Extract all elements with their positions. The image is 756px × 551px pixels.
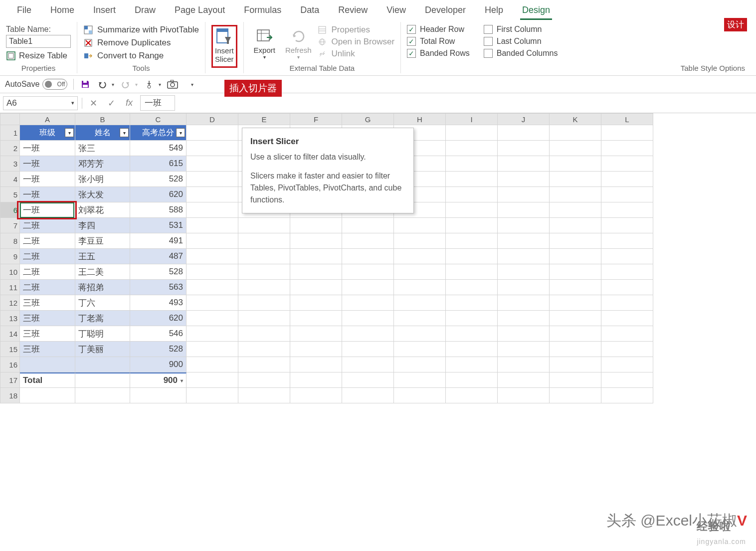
cell[interactable]: 三班 bbox=[20, 326, 75, 342]
cell[interactable] bbox=[446, 388, 498, 403]
cell[interactable] bbox=[550, 249, 601, 264]
cell[interactable] bbox=[394, 388, 446, 403]
cell[interactable] bbox=[394, 311, 446, 326]
cell[interactable] bbox=[601, 172, 653, 187]
cell[interactable]: 491 bbox=[130, 233, 187, 249]
cell[interactable] bbox=[498, 342, 550, 357]
cell[interactable] bbox=[187, 280, 238, 295]
cell[interactable] bbox=[446, 233, 498, 249]
cell[interactable]: 493 bbox=[130, 295, 187, 311]
cell[interactable]: 549 bbox=[130, 141, 187, 156]
tab-view[interactable]: View bbox=[384, 4, 408, 20]
cell[interactable] bbox=[342, 249, 394, 264]
tab-developer[interactable]: Developer bbox=[423, 4, 468, 20]
cell[interactable] bbox=[498, 233, 550, 249]
cell[interactable] bbox=[290, 357, 342, 372]
touch-mode-icon[interactable] bbox=[144, 79, 155, 90]
cell[interactable] bbox=[238, 264, 290, 280]
row-header-13[interactable]: 13 bbox=[0, 311, 20, 326]
name-box-dropdown-icon[interactable]: ▾ bbox=[71, 100, 74, 106]
convert-range-button[interactable]: Convert to Range bbox=[83, 51, 199, 61]
cell[interactable]: 三班 bbox=[20, 342, 75, 357]
select-all-corner[interactable] bbox=[0, 113, 20, 125]
undo-icon[interactable] bbox=[97, 79, 108, 90]
cell[interactable] bbox=[550, 156, 601, 172]
cell[interactable] bbox=[342, 218, 394, 233]
cell[interactable] bbox=[342, 233, 394, 249]
save-icon[interactable] bbox=[80, 79, 91, 90]
cell[interactable] bbox=[238, 249, 290, 264]
refresh-dropdown-icon[interactable]: ▾ bbox=[297, 54, 300, 60]
cell[interactable] bbox=[550, 172, 601, 187]
cell[interactable]: 615 bbox=[130, 156, 187, 172]
cell[interactable] bbox=[601, 202, 653, 218]
row-header-9[interactable]: 9 bbox=[0, 249, 20, 264]
formula-input[interactable]: 一班 bbox=[140, 95, 175, 111]
cell[interactable] bbox=[187, 218, 238, 233]
cell[interactable] bbox=[498, 357, 550, 372]
cell[interactable]: 丁六 bbox=[75, 295, 130, 311]
cell[interactable] bbox=[550, 187, 601, 202]
cell[interactable] bbox=[601, 372, 653, 388]
cell[interactable]: 一班 bbox=[20, 187, 75, 202]
col-header-C[interactable]: C bbox=[130, 113, 187, 125]
tab-file[interactable]: File bbox=[15, 4, 33, 20]
cell[interactable]: 二班 bbox=[20, 233, 75, 249]
camera-icon[interactable] bbox=[167, 79, 178, 90]
cell[interactable]: 一班 bbox=[20, 141, 75, 156]
cell[interactable] bbox=[601, 156, 653, 172]
cell[interactable]: Total bbox=[20, 372, 75, 388]
cell[interactable] bbox=[187, 156, 238, 172]
cell[interactable]: 620 bbox=[130, 187, 187, 202]
cell[interactable] bbox=[601, 388, 653, 403]
cell[interactable] bbox=[601, 218, 653, 233]
cell[interactable] bbox=[601, 280, 653, 295]
row-header-1[interactable]: 1 bbox=[0, 125, 20, 141]
fx-icon[interactable]: fx bbox=[122, 98, 136, 108]
cell[interactable] bbox=[601, 342, 653, 357]
cell[interactable] bbox=[446, 172, 498, 187]
cancel-formula-icon[interactable]: ✕ bbox=[86, 98, 100, 109]
cell[interactable] bbox=[394, 295, 446, 311]
cell[interactable]: 531 bbox=[130, 218, 187, 233]
cell[interactable] bbox=[446, 156, 498, 172]
cell[interactable] bbox=[498, 156, 550, 172]
banded-rows-check[interactable]: ✓Banded Rows bbox=[407, 49, 470, 58]
row-header-15[interactable]: 15 bbox=[0, 342, 20, 357]
table-header-1[interactable]: 姓名▾ bbox=[75, 125, 130, 141]
cell[interactable] bbox=[238, 218, 290, 233]
cell[interactable] bbox=[601, 326, 653, 342]
cell[interactable]: 丁美丽 bbox=[75, 342, 130, 357]
cell[interactable]: 王二美 bbox=[75, 264, 130, 280]
redo-dropdown-icon[interactable]: ▾ bbox=[135, 82, 138, 87]
col-header-A[interactable]: A bbox=[20, 113, 75, 125]
cell[interactable] bbox=[394, 357, 446, 372]
cell[interactable] bbox=[446, 187, 498, 202]
first-col-check[interactable]: First Column bbox=[484, 25, 558, 34]
remove-duplicates-button[interactable]: Remove Duplicates bbox=[83, 38, 199, 48]
cell[interactable] bbox=[290, 326, 342, 342]
cell[interactable] bbox=[290, 249, 342, 264]
cell[interactable]: 620 bbox=[130, 311, 187, 326]
cell[interactable] bbox=[498, 326, 550, 342]
cell[interactable] bbox=[394, 233, 446, 249]
row-header-7[interactable]: 7 bbox=[0, 218, 20, 233]
row-header-17[interactable]: 17 bbox=[0, 372, 20, 388]
cell[interactable] bbox=[187, 326, 238, 342]
cell[interactable] bbox=[498, 295, 550, 311]
cell[interactable] bbox=[601, 233, 653, 249]
cell[interactable]: 二班 bbox=[20, 218, 75, 233]
col-header-G[interactable]: G bbox=[342, 113, 394, 125]
cell[interactable] bbox=[342, 280, 394, 295]
cell[interactable] bbox=[550, 388, 601, 403]
cell[interactable] bbox=[601, 125, 653, 141]
cell[interactable] bbox=[187, 372, 238, 388]
touch-dropdown-icon[interactable]: ▾ bbox=[159, 82, 161, 87]
tab-design[interactable]: Design bbox=[520, 4, 552, 20]
cell[interactable] bbox=[550, 280, 601, 295]
filter-dropdown-icon[interactable]: ▾ bbox=[176, 128, 185, 137]
cell[interactable] bbox=[550, 233, 601, 249]
cell[interactable]: 528 bbox=[130, 342, 187, 357]
cell[interactable] bbox=[446, 357, 498, 372]
cell[interactable]: 张小明 bbox=[75, 172, 130, 187]
